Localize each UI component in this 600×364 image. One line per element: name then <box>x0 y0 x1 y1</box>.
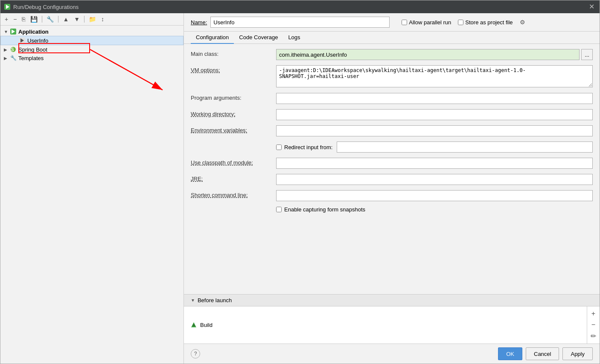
allow-parallel-checkbox[interactable] <box>402 20 407 25</box>
store-project-checkbox[interactable] <box>458 20 463 25</box>
tree-group-application[interactable]: ▼ Application <box>0 27 183 36</box>
env-vars-control <box>276 125 593 136</box>
name-row: Name: Allow parallel run Store as projec… <box>184 13 600 32</box>
options-row: Allow parallel run Store as project file… <box>402 19 525 26</box>
move-down-button[interactable]: ▼ <box>72 15 82 23</box>
tree-arrow-templates: ▶ <box>4 56 10 61</box>
vm-options-row: VM options: -javaagent:D:\IDEAworkspace\… <box>191 65 593 89</box>
close-button[interactable]: ✕ <box>587 3 596 10</box>
title-bar-controls: ✕ <box>587 3 596 10</box>
launch-edit-button[interactable]: ✏ <box>588 331 599 342</box>
working-dir-control <box>276 109 593 120</box>
help-button[interactable]: ? <box>191 349 200 358</box>
jre-control <box>276 174 593 185</box>
toolbar-separator-2 <box>58 16 58 23</box>
settings-button[interactable]: 🔧 <box>45 15 55 23</box>
program-args-input[interactable] <box>276 93 593 104</box>
before-launch-header[interactable]: ▼ Before launch <box>184 295 600 306</box>
copy-config-button[interactable]: ⎘ <box>20 15 27 23</box>
use-classpath-input[interactable] <box>276 158 593 169</box>
gear-button[interactable]: ⚙ <box>520 19 525 26</box>
allow-parallel-label: Allow parallel run <box>409 19 451 26</box>
vm-options-input[interactable]: -javaagent:D:\IDEAworkspace\skywalking\h… <box>276 65 593 87</box>
ok-button[interactable]: OK <box>498 347 522 360</box>
enable-form-control: Enable capturing form snapshots <box>276 206 593 213</box>
build-row: Build <box>184 318 587 332</box>
env-vars-row: Environment variables: <box>191 125 593 137</box>
left-panel: + − ⎘ 💾 🔧 ▲ ▼ 📁 ↕ ▼ <box>0 13 184 364</box>
build-label: Build <box>200 322 213 328</box>
jre-label: JRE: <box>191 174 276 182</box>
jre-row: JRE: <box>191 174 593 186</box>
userinfo-run-icon <box>19 37 26 44</box>
tree-item-userinfo[interactable]: UserInfo <box>0 36 183 45</box>
add-config-button[interactable]: + <box>3 15 10 23</box>
allow-parallel-checkbox-label[interactable]: Allow parallel run <box>402 19 451 26</box>
enable-form-label: Enable capturing form snapshots <box>284 206 365 213</box>
tab-configuration[interactable]: Configuration <box>191 32 234 44</box>
name-input[interactable] <box>210 17 390 28</box>
shorten-cmd-input[interactable] <box>276 190 593 201</box>
folder-button[interactable]: 📁 <box>87 15 98 23</box>
tab-code-coverage[interactable]: Code Coverage <box>234 32 283 44</box>
templates-icon: 🔧 <box>10 55 17 61</box>
before-launch-arrow: ▼ <box>191 298 195 303</box>
dialog-title: Run/Debug Configurations <box>13 4 587 10</box>
redirect-input-text: Redirect input from: <box>284 144 332 150</box>
springboot-icon: S <box>10 46 17 53</box>
program-args-control <box>276 93 593 104</box>
tree-group-templates[interactable]: ▶ 🔧 Templates <box>0 54 183 62</box>
left-toolbar: + − ⎘ 💾 🔧 ▲ ▼ 📁 ↕ <box>0 13 183 26</box>
before-launch-label: Before launch <box>198 297 232 303</box>
enable-form-spacer <box>191 206 276 208</box>
main-class-input[interactable] <box>276 49 580 60</box>
svg-text:S: S <box>11 47 14 52</box>
main-class-browse-button[interactable]: ... <box>581 49 593 60</box>
sort-button[interactable]: ↕ <box>99 15 106 23</box>
working-dir-input[interactable] <box>276 109 593 120</box>
name-label: Name: <box>191 19 207 26</box>
tree-arrow-application: ▼ <box>4 29 10 34</box>
program-args-label: Program arguments: <box>191 93 276 101</box>
redirect-input-field[interactable] <box>337 142 593 153</box>
store-project-label: Store as project file <box>465 19 513 26</box>
main-class-row: Main class: ... <box>191 49 593 61</box>
launch-sidebar-buttons: + − ✏ <box>587 306 600 344</box>
apply-button[interactable]: Apply <box>562 347 593 360</box>
application-label: Application <box>18 29 49 35</box>
working-dir-row: Working directory: <box>191 109 593 121</box>
tab-logs[interactable]: Logs <box>283 32 305 44</box>
redirect-input-checkbox[interactable] <box>276 144 282 150</box>
env-vars-input[interactable] <box>276 125 593 136</box>
launch-remove-button[interactable]: − <box>588 319 599 330</box>
remove-config-button[interactable]: − <box>12 15 18 23</box>
toolbar-separator-1 <box>42 16 42 23</box>
main-class-label: Main class: <box>191 49 276 57</box>
vm-options-control: -javaagent:D:\IDEAworkspace\skywalking\h… <box>276 65 593 89</box>
jre-input[interactable] <box>276 174 593 185</box>
springboot-label: Spring Boot <box>18 46 47 53</box>
application-icon <box>10 28 17 35</box>
shorten-cmd-row: Shorten command line: <box>191 190 593 202</box>
enable-form-row: Enable capturing form snapshots <box>191 206 593 218</box>
tabs-bar: Configuration Code Coverage Logs <box>184 32 600 44</box>
main-content: + − ⎘ 💾 🔧 ▲ ▼ 📁 ↕ ▼ <box>0 13 600 364</box>
store-project-checkbox-label[interactable]: Store as project file <box>458 19 513 26</box>
program-args-row: Program arguments: <box>191 93 593 105</box>
tree-arrow-springboot: ▶ <box>4 47 10 52</box>
run-debug-dialog: Run/Debug Configurations ✕ + − ⎘ 💾 🔧 ▲ ▼… <box>0 0 600 364</box>
save-config-button[interactable]: 💾 <box>29 15 39 23</box>
use-classpath-row: Use classpath of module: <box>191 158 593 170</box>
before-launch-section: ▼ Before launch Build + <box>184 294 600 344</box>
shorten-cmd-label: Shorten command line: <box>191 190 276 198</box>
launch-add-button[interactable]: + <box>588 308 599 319</box>
use-classpath-control <box>276 158 593 169</box>
toolbar-separator-3 <box>84 16 84 23</box>
vm-options-label: VM options: <box>191 65 276 73</box>
move-up-button[interactable]: ▲ <box>61 15 70 23</box>
config-area: Main class: ... VM options: -javaagent:D… <box>184 44 600 294</box>
cancel-button[interactable]: Cancel <box>526 347 559 360</box>
enable-form-checkbox[interactable] <box>276 207 282 212</box>
redirect-input-control: Redirect input from: <box>276 142 593 153</box>
tree-group-springboot[interactable]: ▶ S Spring Boot <box>0 45 183 54</box>
